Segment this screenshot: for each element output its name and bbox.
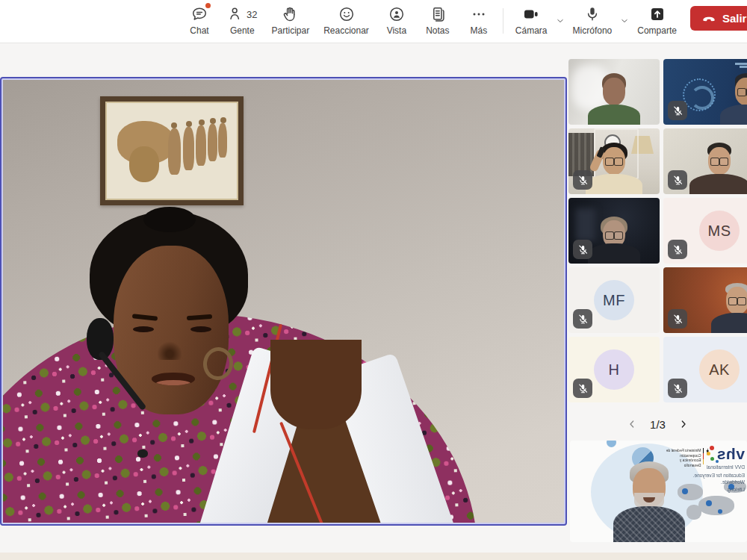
muted-microphone-badge: [573, 379, 592, 398]
mic-muted-icon: [672, 314, 684, 325]
microphone-icon: [583, 4, 602, 24]
spotlight-person: [613, 461, 685, 542]
microphone-button[interactable]: Micrófono: [568, 0, 617, 36]
mic-muted-icon: [577, 175, 589, 186]
mic-muted-icon: [672, 175, 684, 186]
participant-person: [682, 128, 747, 194]
microphone-dropdown-chevron[interactable]: [618, 16, 631, 29]
toolbar-divider: [503, 8, 503, 34]
glasses-icon: [710, 158, 729, 164]
share-button[interactable]: Comparte: [633, 0, 681, 36]
camera-icon: [521, 4, 541, 24]
participant-person: [700, 267, 747, 333]
more-button[interactable]: Más: [461, 0, 497, 36]
toolbar-actions: Chat 32 Gente: [182, 0, 497, 36]
avatar-initials-circle: MS: [699, 211, 740, 251]
participant-tile-woman-dark[interactable]: [568, 198, 660, 264]
participant-tile-woman-green[interactable]: [568, 59, 660, 125]
leave-button[interactable]: Salir: [690, 6, 747, 31]
raise-hand-button[interactable]: Participar: [267, 0, 314, 36]
camera-label: Cámara: [515, 25, 548, 36]
participant-person: [577, 59, 651, 125]
glasses-icon: [728, 297, 747, 304]
notes-icon: [428, 4, 447, 24]
notes-label: Notas: [426, 25, 449, 36]
muted-microphone-badge: [573, 309, 592, 329]
hoop-earring: [201, 345, 235, 382]
people-icon: 32: [227, 4, 257, 24]
glasses-icon: [604, 231, 624, 238]
mic-muted-icon: [672, 244, 684, 255]
people-label: Gente: [230, 25, 255, 36]
speaker-person: [3, 80, 564, 523]
participant-tile-man-beige[interactable]: [663, 128, 747, 194]
smiley-icon: [337, 4, 356, 24]
chat-icon: [190, 4, 209, 24]
mic-muted-icon: [577, 244, 589, 255]
participants-panel: MSMFHAK: [568, 59, 747, 402]
participant-tile-man-amber[interactable]: [663, 267, 747, 333]
meeting-toolbar: Chat 32 Gente: [0, 0, 747, 43]
more-dots-icon: [469, 4, 489, 24]
react-label: Reaccionar: [323, 25, 369, 36]
spotlight-tile[interactable]: Ministerio Federal de Cooperación Económ…: [570, 441, 747, 542]
participant-tile-avatar-H[interactable]: H: [568, 337, 660, 402]
toolbar-devices: Cámara Micrófono: [497, 0, 747, 36]
muted-microphone-badge: [668, 379, 687, 398]
microphone-label: Micrófono: [573, 25, 613, 36]
avatar-initials-circle: AK: [699, 349, 740, 390]
pager-previous-chevron[interactable]: [626, 418, 638, 430]
muted-microphone-badge: [668, 170, 687, 190]
view-button[interactable]: Vista: [379, 0, 415, 36]
avatar-initials-circle: H: [594, 349, 634, 390]
raised-hand-icon: [281, 4, 300, 24]
muted-microphone-badge: [668, 309, 687, 329]
participant-tile-avatar-MS[interactable]: MS: [663, 198, 747, 264]
mic-muted-icon: [672, 105, 684, 116]
mic-muted-icon: [577, 383, 589, 394]
active-speaker-scene: [3, 80, 564, 523]
vhs-logo: vhs: [716, 445, 745, 463]
camera-button[interactable]: Cámara: [511, 0, 552, 36]
react-button[interactable]: Reaccionar: [319, 0, 374, 36]
raise-hand-label: Participar: [271, 25, 309, 36]
leave-label: Salir: [722, 12, 747, 25]
glasses-icon: [737, 88, 747, 95]
view-label: Vista: [387, 25, 406, 36]
camera-dropdown-chevron[interactable]: [554, 16, 567, 29]
teams-meeting-window: Chat 32 Gente: [0, 0, 747, 560]
pager-next-chevron[interactable]: [678, 418, 689, 430]
share-icon: [648, 4, 667, 24]
participant-tile-man-navy[interactable]: [663, 59, 747, 125]
hangup-icon: [701, 10, 717, 26]
more-label: Más: [471, 25, 488, 36]
pager-page-indicator: 1/3: [650, 418, 666, 431]
chat-label: Chat: [190, 25, 208, 36]
mic-muted-icon: [672, 383, 684, 394]
muted-microphone-badge: [668, 240, 687, 259]
share-label: Comparte: [637, 25, 677, 36]
participant-person: [709, 59, 747, 125]
bottom-edge-strip: [0, 553, 747, 560]
background-dot: [607, 441, 616, 447]
participant-tile-avatar-AK[interactable]: AK: [663, 337, 747, 402]
muted-microphone-badge: [668, 101, 687, 120]
notes-button[interactable]: Notas: [420, 0, 456, 36]
mic-muted-icon: [577, 314, 589, 325]
participants-pager: 1/3: [568, 412, 747, 436]
view-icon: [387, 4, 406, 24]
muted-microphone-badge: [573, 240, 592, 259]
people-button[interactable]: 32 Gente: [223, 0, 261, 36]
chat-button[interactable]: Chat: [182, 0, 217, 36]
participant-count: 32: [247, 9, 257, 20]
avatar-initials-circle: MF: [594, 280, 634, 320]
muted-microphone-badge: [573, 170, 592, 190]
active-speaker-video[interactable]: [0, 77, 567, 526]
chat-notification-dot: [205, 3, 211, 8]
glasses-icon: [604, 158, 624, 164]
participant-tile-avatar-MF[interactable]: MF: [568, 267, 660, 333]
participant-tile-man-office[interactable]: [568, 128, 660, 194]
